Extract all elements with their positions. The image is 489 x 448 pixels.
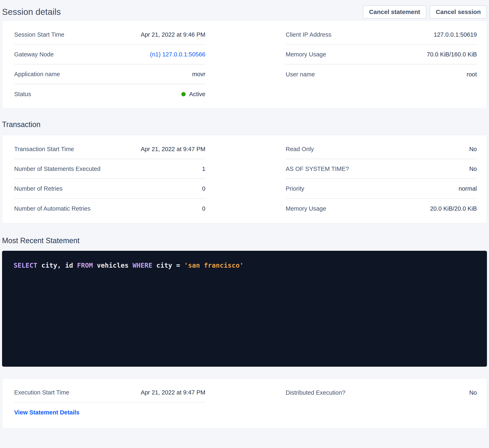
gateway-node-label: Gateway Node (14, 51, 54, 58)
statements-executed-value: 1 (202, 166, 205, 172)
client-ip-label: Client IP Address (286, 31, 331, 38)
status-label: Status (14, 91, 31, 98)
transaction-memory-usage-value: 20.0 KiB/20.0 KiB (430, 205, 477, 212)
sql-keyword-token: FROM (77, 261, 93, 269)
sql-keyword-token: WHERE (132, 261, 152, 269)
transaction-card: Transaction Start Time Apr 21, 2022 at 9… (2, 135, 487, 223)
execution-start-time-label: Execution Start Time (14, 389, 69, 396)
sql-keyword-token: SELECT (14, 261, 37, 269)
session-memory-usage-row: Memory Usage 70.0 KiB/160.0 KiB (286, 45, 477, 65)
client-ip-value: 127.0.0.1:50619 (434, 31, 477, 38)
as-of-system-time-value: No (469, 166, 477, 172)
cancel-statement-button[interactable]: Cancel statement (363, 5, 426, 18)
session-details-page: Session details Cancel statement Cancel … (0, 0, 489, 432)
most-recent-statement-heading: Most Recent Statement (2, 236, 487, 245)
sql-plain-token: vehicles (93, 261, 132, 269)
sql-plain-token: city, id (37, 261, 77, 269)
transaction-start-time-row: Transaction Start Time Apr 21, 2022 at 9… (14, 139, 205, 159)
session-start-time-label: Session Start Time (14, 31, 64, 38)
user-name-label: User name (286, 71, 315, 78)
status-row: Status Active (14, 84, 205, 104)
distributed-execution-label: Distributed Execution? (286, 389, 345, 396)
read-only-value: No (469, 146, 477, 153)
distributed-execution-row: Distributed Execution? No (286, 383, 477, 403)
transaction-start-time-value: Apr 21, 2022 at 9:47 PM (141, 146, 205, 153)
automatic-retries-label: Number of Automatic Retries (14, 205, 90, 212)
session-memory-usage-label: Memory Usage (286, 51, 326, 58)
application-name-row: Application name movr (14, 65, 205, 84)
automatic-retries-value: 0 (202, 205, 205, 212)
transaction-memory-usage-label: Memory Usage (286, 205, 326, 212)
sql-plain-token: city = (152, 261, 184, 269)
priority-row: Priority normal (286, 179, 477, 199)
cancel-session-button[interactable]: Cancel session (430, 5, 487, 18)
transaction-memory-usage-row: Memory Usage 20.0 KiB/20.0 KiB (286, 199, 477, 218)
execution-start-time-value: Apr 21, 2022 at 9:47 PM (141, 389, 205, 396)
statements-executed-label: Number of Statements Executed (14, 166, 100, 172)
session-memory-usage-value: 70.0 KiB/160.0 KiB (427, 51, 477, 58)
retries-label: Number of Retries (14, 185, 63, 192)
transaction-left-column: Transaction Start Time Apr 21, 2022 at 9… (14, 139, 205, 218)
priority-value: normal (458, 185, 477, 192)
status-badge-text: Active (189, 91, 205, 98)
view-statement-details-link[interactable]: View Statement Details (14, 409, 80, 416)
read-only-row: Read Only No (286, 139, 477, 159)
transaction-right-column: Read Only No AS OF SYSTEM TIME? No Prior… (286, 139, 477, 218)
statements-executed-row: Number of Statements Executed 1 (14, 159, 205, 179)
retries-row: Number of Retries 0 (14, 179, 205, 199)
application-name-value: movr (192, 71, 205, 78)
status-badge: Active (181, 91, 205, 98)
gateway-node-row: Gateway Node (n1) 127.0.0.1:50566 (14, 45, 205, 65)
application-name-label: Application name (14, 71, 60, 78)
execution-card: Execution Start Time Apr 21, 2022 at 9:4… (2, 378, 487, 428)
client-ip-row: Client IP Address 127.0.0.1:50619 (286, 25, 477, 45)
session-start-time-value: Apr 21, 2022 at 9:46 PM (141, 31, 205, 38)
session-start-time-row: Session Start Time Apr 21, 2022 at 9:46 … (14, 25, 205, 45)
session-summary-card: Session Start Time Apr 21, 2022 at 9:46 … (2, 21, 487, 109)
status-active-dot-icon (181, 92, 186, 96)
execution-right-column: Distributed Execution? No (286, 383, 477, 403)
retries-value: 0 (202, 185, 205, 192)
user-name-row: User name root (286, 65, 477, 84)
transaction-section-heading: Transaction (2, 120, 487, 129)
as-of-system-time-row: AS OF SYSTEM TIME? No (286, 159, 477, 179)
gateway-node-link[interactable]: (n1) 127.0.0.1:50566 (150, 51, 205, 58)
read-only-label: Read Only (286, 146, 314, 153)
view-statement-details-row: View Statement Details (14, 403, 205, 422)
sql-statement-code-block: SELECT city, id FROM vehicles WHERE city… (2, 251, 487, 367)
automatic-retries-row: Number of Automatic Retries 0 (14, 199, 205, 218)
distributed-execution-value: No (469, 389, 477, 396)
session-summary-left-column: Session Start Time Apr 21, 2022 at 9:46 … (14, 25, 205, 104)
user-name-value: root (467, 71, 477, 78)
transaction-start-time-label: Transaction Start Time (14, 146, 74, 153)
priority-label: Priority (286, 185, 304, 192)
header-actions: Cancel statement Cancel session (363, 5, 487, 18)
execution-left-column: Execution Start Time Apr 21, 2022 at 9:4… (14, 383, 205, 422)
session-summary-right-column: Client IP Address 127.0.0.1:50619 Memory… (286, 25, 477, 84)
page-title: Session details (2, 7, 61, 17)
as-of-system-time-label: AS OF SYSTEM TIME? (286, 166, 349, 172)
sql-string-token: 'san francisco' (184, 261, 244, 269)
execution-start-time-row: Execution Start Time Apr 21, 2022 at 9:4… (14, 383, 205, 403)
page-header: Session details Cancel statement Cancel … (2, 0, 487, 21)
